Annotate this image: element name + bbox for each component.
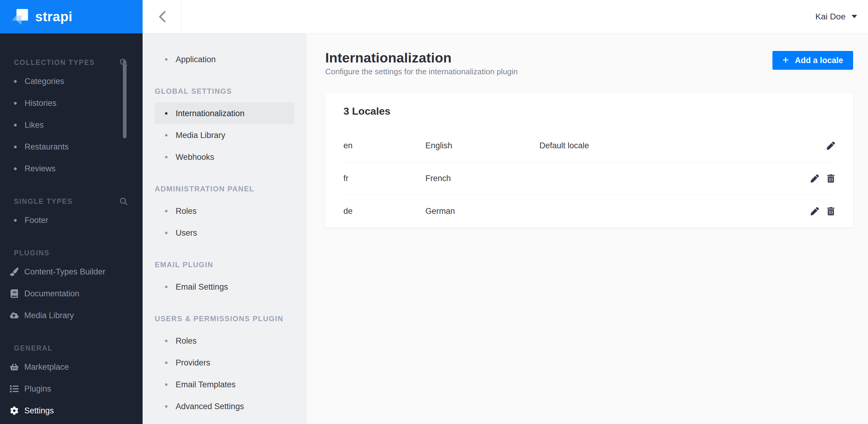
settings-item-label: Email Templates — [176, 380, 236, 389]
sidebar-item-label: Marketplace — [24, 362, 69, 372]
sidebar-item-restaurants[interactable]: Restaurants — [0, 136, 143, 158]
cloud-upload-icon — [10, 311, 19, 320]
dark-sidebar: strapi COLLECTION TYPESCategoriesHistori… — [0, 0, 143, 424]
bullet-icon — [14, 80, 17, 83]
sidebar-item-label: Restaurants — [25, 142, 69, 152]
settings-section-header-global-settings: GLOBAL SETTINGS — [155, 84, 294, 99]
edit-locale-button[interactable] — [811, 207, 819, 215]
trash-icon — [827, 207, 835, 215]
settings-item-email-settings[interactable]: Email Settings — [155, 276, 294, 298]
sidebar-item-content-types-builder[interactable]: Content-Types Builder — [0, 261, 143, 283]
settings-item-users[interactable]: Users — [155, 222, 294, 244]
sidebar-item-label: Reviews — [25, 164, 56, 173]
settings-section-header-email-plugin: EMAIL PLUGIN — [155, 257, 294, 272]
sidebar-section-header-general: GENERAL — [0, 340, 143, 356]
bullet-icon — [165, 361, 167, 364]
sidebar-item-categories[interactable]: Categories — [0, 70, 143, 92]
bullet-icon — [165, 58, 167, 61]
settings-section-header-users-and-permissions-plugin: USERS & PERMISSIONS PLUGIN — [155, 311, 294, 326]
sidebar-item-reviews[interactable]: Reviews — [0, 158, 143, 180]
sidebar-item-media-library[interactable]: Media Library — [0, 304, 143, 326]
bullet-icon — [165, 340, 167, 342]
strapi-logo-icon — [11, 8, 29, 26]
caret-down-icon — [851, 15, 857, 18]
settings-item-advanced-settings[interactable]: Advanced Settings — [155, 395, 294, 417]
settings-item-webhooks[interactable]: Webhooks — [155, 146, 294, 168]
scrollbar-thumb[interactable] — [123, 60, 126, 138]
settings-item-email-templates[interactable]: Email Templates — [155, 374, 294, 395]
back-button[interactable] — [143, 0, 181, 33]
row-actions — [811, 207, 835, 215]
settings-item-label: Providers — [176, 358, 210, 367]
pencil-icon — [827, 142, 835, 150]
locale-row-en: enEnglishDefault locale — [343, 129, 835, 162]
section-label: COLLECTION TYPES — [14, 59, 95, 67]
locale-code: de — [343, 206, 425, 216]
bullet-icon — [14, 102, 17, 105]
sidebar-item-plugins[interactable]: Plugins — [0, 378, 143, 400]
locale-code: fr — [343, 174, 425, 183]
page-subtitle: Configure the settings for the internati… — [325, 67, 518, 76]
sidebar-item-label: Histories — [25, 99, 56, 108]
book-icon — [10, 289, 19, 298]
sidebar-item-settings[interactable]: Settings — [0, 400, 143, 422]
locale-code: en — [343, 141, 425, 151]
strapi-logo[interactable]: strapi — [0, 0, 143, 33]
gear-icon — [10, 406, 19, 415]
locales-card: 3 Locales enEnglishDefault localefrFrenc… — [325, 93, 853, 227]
sidebar-item-histories[interactable]: Histories — [0, 92, 143, 114]
sidebar-item-footer[interactable]: Footer — [0, 209, 143, 231]
bullet-icon — [14, 167, 17, 170]
section-label: PLUGINS — [14, 249, 50, 257]
settings-item-roles[interactable]: Roles — [155, 330, 294, 352]
brand-name: strapi — [35, 9, 72, 24]
basket-icon — [10, 363, 19, 371]
locale-name: German — [425, 206, 539, 216]
search-button[interactable] — [120, 198, 127, 205]
bullet-icon — [165, 232, 167, 234]
settings-item-label: Users — [176, 228, 197, 238]
row-actions — [827, 142, 835, 150]
settings-item-label: Advanced Settings — [176, 402, 244, 411]
bullet-icon — [165, 383, 167, 386]
bullet-icon — [165, 405, 167, 407]
section-label: GENERAL — [14, 344, 53, 352]
sidebar-item-likes[interactable]: Likes — [0, 114, 143, 136]
book-icon — [10, 289, 19, 298]
search-button[interactable] — [120, 59, 127, 66]
delete-locale-button[interactable] — [827, 207, 835, 215]
list-icon — [10, 385, 19, 393]
delete-locale-button[interactable] — [827, 174, 835, 183]
user-menu[interactable]: Kai Doe — [815, 12, 868, 22]
settings-item-roles[interactable]: Roles — [155, 200, 294, 222]
content-row: ApplicationGLOBAL SETTINGSInternationali… — [143, 33, 868, 424]
settings-item-label: Media Library — [176, 131, 225, 140]
main-content: Internationalization Configure the setti… — [307, 33, 868, 424]
settings-item-providers[interactable]: Providers — [155, 352, 294, 374]
sidebar-section-header-single-types: SINGLE TYPES — [0, 194, 143, 209]
settings-item-application[interactable]: Application — [155, 48, 294, 70]
settings-item-media-library[interactable]: Media Library — [155, 124, 294, 146]
section-label: SINGLE TYPES — [14, 197, 73, 206]
settings-item-label: Roles — [176, 206, 196, 216]
settings-item-label: Internationalization — [176, 109, 245, 118]
bullet-icon — [165, 210, 167, 212]
locale-row-de: deGerman — [343, 195, 835, 227]
settings-item-label: Roles — [176, 336, 196, 346]
add-locale-button[interactable]: + Add a locale — [772, 51, 853, 70]
edit-locale-button[interactable] — [827, 142, 835, 150]
pencil-icon — [811, 174, 819, 183]
page-header-text: Internationalization Configure the setti… — [325, 50, 518, 76]
row-actions — [811, 174, 835, 183]
edit-locale-button[interactable] — [811, 174, 819, 183]
sidebar-item-label: Footer — [25, 216, 48, 225]
settings-item-internationalization[interactable]: Internationalization — [155, 102, 294, 124]
basket-icon — [10, 363, 19, 371]
sidebar-item-documentation[interactable]: Documentation — [0, 283, 143, 304]
settings-item-label: Application — [176, 55, 216, 64]
page-title: Internationalization — [325, 50, 518, 66]
dark-sidebar-nav: COLLECTION TYPESCategoriesHistoriesLikes… — [0, 33, 143, 424]
sidebar-item-marketplace[interactable]: Marketplace — [0, 356, 143, 378]
bullet-icon — [165, 112, 167, 115]
bullet-icon — [14, 124, 17, 127]
